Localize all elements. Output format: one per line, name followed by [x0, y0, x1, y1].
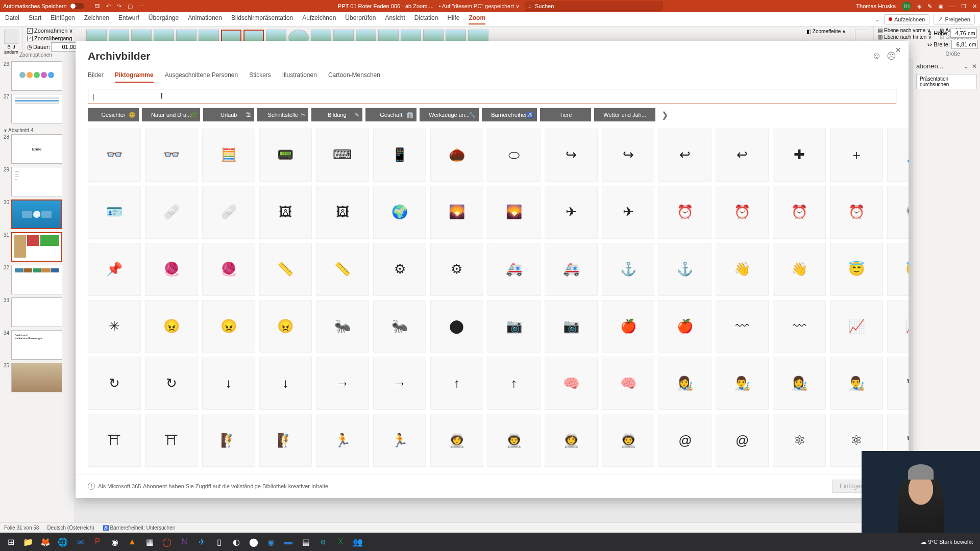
user-avatar[interactable]: TH — [902, 2, 911, 11]
save-status[interactable]: • Auf "diesem PC" gespeichert ∨ — [439, 3, 520, 10]
toggle-switch[interactable] — [70, 3, 84, 9]
more-icon[interactable]: ⋯ — [139, 3, 144, 10]
menu-tab-entwurf[interactable]: Entwurf — [118, 14, 139, 24]
menu-tab-bildschirmpräsentation[interactable]: Bildschirmpräsentation — [231, 14, 293, 24]
search-icon: ⌕ — [528, 3, 532, 9]
zoomtransition-checkbox[interactable]: ✓Zoomübergang — [27, 35, 78, 41]
share-button[interactable]: ↗Freigeben — [934, 14, 975, 24]
send-backward-btn[interactable]: ▥Ebene nach hinten ∨ — [878, 34, 932, 40]
menu-tab-datei[interactable]: Datei — [5, 14, 19, 24]
maximize-icon[interactable]: ☐ — [961, 3, 966, 10]
present-live-icon[interactable]: ◈ — [917, 3, 921, 10]
change-image-label: Bild ändern — [4, 45, 18, 55]
zoomoptions-group-label: Zoomoptionen — [19, 52, 52, 58]
zoomeffects-dropdown[interactable]: ◧Zoomeffekte ∨ — [806, 29, 846, 34]
present-icon[interactable]: ▢ — [128, 3, 133, 10]
bring-forward-btn[interactable]: ▤Ebene nach vorne ∨ — [878, 28, 932, 33]
menu-tab-übergänge[interactable]: Übergänge — [149, 14, 179, 24]
size-group-label: Größe — [927, 51, 978, 57]
record-button[interactable]: Aufzeichnen — [884, 14, 930, 24]
clock-icon: ◷ — [27, 44, 32, 51]
undo-icon[interactable]: ↶ — [106, 3, 111, 10]
save-icon[interactable]: 🖫 — [94, 3, 100, 10]
feedback-happy-icon[interactable]: ☺ — [872, 51, 881, 59]
close-window-icon[interactable]: ✕ — [972, 3, 977, 10]
change-image-button[interactable] — [4, 30, 18, 44]
menu-tab-einfügen[interactable]: Einfügen — [51, 14, 75, 24]
width-spinner[interactable]: ⇔Breite: — [927, 40, 978, 49]
dialog-close-icon[interactable]: ✕ — [893, 44, 903, 56]
size-group: ⇕Höhe: ⇔Breite: Größe — [927, 29, 978, 57]
record-dot-icon — [889, 17, 892, 21]
duration-input[interactable] — [51, 42, 78, 52]
width-input[interactable] — [951, 40, 978, 49]
menu-tab-aufzeichnen[interactable]: Aufzeichnen — [302, 14, 336, 24]
window-icon[interactable]: ▣ — [938, 3, 943, 10]
zoomframe-checkbox[interactable]: ✓Zoomrahmen ∨ — [27, 28, 78, 34]
height-input[interactable] — [950, 29, 977, 38]
menu-tab-animationen[interactable]: Animationen — [188, 14, 222, 24]
document-name[interactable]: PPT 01 Roter Faden 006 - ab Zoom.... — [338, 3, 434, 9]
share-icon: ↗ — [938, 16, 943, 22]
menu-tab-überprüfen[interactable]: Überprüfen — [345, 14, 376, 24]
stock-images-dialog: ✕ Archivbilder ☺ ☹ BilderPiktogrammeAusg… — [76, 41, 909, 59]
eraser-icon[interactable]: ✎ — [927, 3, 932, 10]
menu-tab-zeichnen[interactable]: Zeichnen — [84, 14, 109, 24]
redo-icon[interactable]: ↷ — [117, 3, 121, 10]
dialog-title: Archivbilder — [88, 50, 151, 59]
search-box[interactable]: ⌕ Suchen — [525, 2, 663, 11]
minimize-icon[interactable]: — — [949, 3, 955, 9]
menu-tab-ansicht[interactable]: Ansicht — [385, 14, 405, 24]
username-label[interactable]: Thomas Hruska — [856, 3, 896, 9]
menu-tab-dictation[interactable]: Dictation — [414, 14, 438, 24]
menubar: DateiStartEinfügenZeichnenEntwurfÜbergän… — [0, 12, 980, 27]
height-spinner[interactable]: ⇕Höhe: — [927, 29, 978, 38]
titlebar: Automatisches Speichern 🖫 ↶ ↷ ▢ ⋯ PPT 01… — [0, 0, 980, 12]
collapse-ribbon-icon[interactable]: ⌄ — [875, 16, 880, 23]
menu-tab-zoom[interactable]: Zoom — [469, 14, 485, 24]
duration-spinner[interactable]: ◷ Dauer: — [27, 42, 78, 52]
menu-tab-start[interactable]: Start — [29, 14, 41, 24]
autosave-toggle[interactable]: Automatisches Speichern — [3, 3, 84, 9]
menu-tab-hilfe[interactable]: Hilfe — [447, 14, 459, 24]
